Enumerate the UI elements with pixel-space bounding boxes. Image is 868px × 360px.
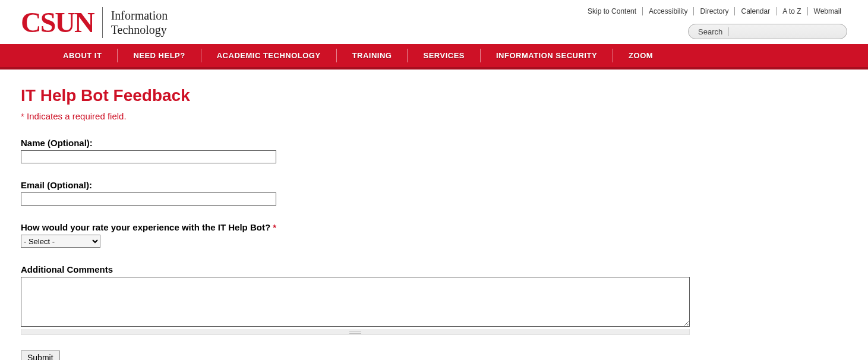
comments-label: Additional Comments [21,264,692,274]
rate-label: How would your rate your experience with… [21,222,692,232]
submit-button[interactable]: Submit [21,350,60,360]
rate-label-text: How would your rate your experience with… [21,222,273,232]
email-input[interactable] [21,192,276,206]
webmail-link[interactable]: Webmail [808,7,847,15]
dept-line2: Technology [111,23,168,37]
skip-to-content-link[interactable]: Skip to Content [582,7,642,15]
nav-training[interactable]: TRAINING [337,44,408,67]
utility-links: Skip to Content Accessibility Directory … [582,7,847,15]
logo-divider [102,7,103,38]
atoz-link[interactable]: A to Z [777,7,807,15]
csun-logo[interactable]: CSUN [21,6,94,39]
calendar-link[interactable]: Calendar [735,7,776,15]
nav-services[interactable]: SERVICES [408,44,480,67]
email-label: Email (Optional): [21,180,692,190]
dept-line1: Information [111,8,168,23]
main-nav: ABOUT IT NEED HELP? ACADEMIC TECHNOLOGY … [0,44,868,70]
name-label: Name (Optional): [21,138,692,148]
page-title: IT Help Bot Feedback [21,86,692,105]
search-input[interactable] [729,27,847,37]
required-field-note: * Indicates a required field. [21,111,692,121]
textarea-resize-handle[interactable] [21,329,690,335]
rate-select[interactable]: - Select - [21,235,100,248]
nav-need-help[interactable]: NEED HELP? [118,44,200,67]
nav-academic-technology[interactable]: ACADEMIC TECHNOLOGY [201,44,336,67]
search-label: Search [698,27,729,36]
site-logo-block: CSUN Information Technology [21,6,168,39]
nav-information-security[interactable]: INFORMATION SECURITY [481,44,613,67]
name-input[interactable] [21,150,276,163]
comments-textarea[interactable] [21,277,690,327]
nav-about-it[interactable]: ABOUT IT [48,44,117,67]
directory-link[interactable]: Directory [694,7,734,15]
required-star: * [273,222,276,232]
accessibility-link[interactable]: Accessibility [643,7,693,15]
department-name[interactable]: Information Technology [111,8,168,37]
nav-zoom[interactable]: ZOOM [613,44,668,67]
search-box[interactable]: Search [688,24,847,39]
